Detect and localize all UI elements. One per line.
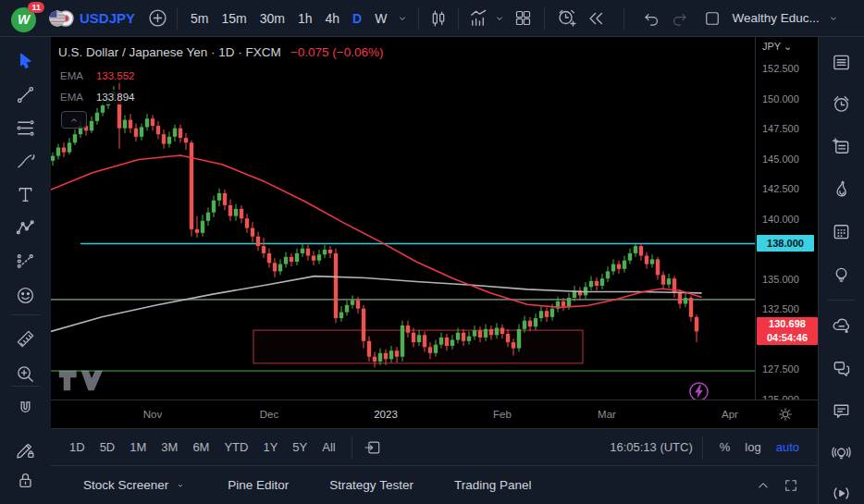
emoji-icon[interactable] [12, 282, 39, 309]
time-tick: 2023 [365, 409, 406, 420]
chevron-down-icon[interactable] [823, 11, 844, 26]
create-alert-icon[interactable] [551, 6, 581, 31]
layout-name[interactable]: Wealthy Educ... [732, 11, 819, 25]
bar-replay-icon[interactable] [581, 6, 611, 31]
interval-button-W[interactable]: W [368, 6, 393, 31]
tab-trading-panel[interactable]: Trading Panel [454, 478, 532, 492]
range-button-1Y[interactable]: 1Y [257, 440, 283, 454]
toolbar-separator [544, 7, 545, 30]
messages-icon[interactable] [828, 398, 855, 424]
chevron-down-icon[interactable] [491, 11, 508, 26]
drawing-toolbar [0, 38, 51, 504]
tab-stock-screener[interactable]: Stock Screener [83, 478, 187, 492]
brush-icon[interactable] [12, 148, 39, 175]
forecast-icon[interactable] [12, 248, 39, 275]
time-tick: Apr [710, 409, 750, 420]
cursor-icon[interactable] [12, 48, 39, 75]
price-tick: 147.500 [762, 123, 799, 134]
xabcd-pattern-icon[interactable] [12, 215, 39, 241]
drawing-lock-icon[interactable] [12, 436, 39, 463]
watchlist-icon[interactable] [828, 49, 855, 76]
fullscreen-icon[interactable] [777, 473, 805, 498]
price-tick: 152.500 [762, 63, 799, 74]
chart-title: U.S. Dollar / Japanese Yen · 1D · FXCM−0… [58, 45, 383, 59]
range-button-1D[interactable]: 1D [64, 440, 91, 454]
price-change: −0.075 (−0.06%) [290, 45, 384, 59]
hotlists-icon[interactable] [828, 176, 855, 203]
range-button-All[interactable]: All [316, 440, 340, 454]
save-layout-icon[interactable] [698, 6, 726, 31]
chart-style-icon[interactable] [426, 6, 451, 31]
minds-icon[interactable] [828, 313, 855, 339]
ruler-icon[interactable] [12, 326, 39, 352]
chart-area: U.S. Dollar / Japanese Yen · 1D · FXCM−0… [51, 37, 818, 504]
range-button-6M[interactable]: 6M [187, 440, 215, 454]
interval-button-15m[interactable]: 15m [215, 6, 253, 31]
ideas-icon[interactable] [828, 262, 855, 289]
scale-button-percent[interactable]: % [712, 440, 738, 454]
price-axis[interactable]: JPY ⌄ 152.500150.000147.500145.000142.50… [755, 37, 818, 400]
clock-utc[interactable]: 16:05:13 (UTC) [610, 440, 693, 454]
toolbar-separator [11, 314, 40, 315]
zoom-in-icon[interactable] [12, 361, 39, 387]
news-icon[interactable] [828, 133, 855, 160]
last-price: 130.698 [757, 317, 818, 331]
price-tick: 150.000 [762, 93, 799, 104]
layout-templates-icon[interactable] [508, 6, 537, 31]
price-tick: 127.500 [762, 363, 799, 375]
time-tick: Nov [132, 409, 173, 420]
alerts-icon[interactable] [828, 91, 855, 117]
price-chart[interactable] [51, 37, 755, 400]
symbol-flags-icon [48, 8, 74, 29]
scale-button-auto[interactable]: auto [769, 440, 807, 454]
bar-countdown: 04:54:46 [757, 331, 818, 345]
range-button-YTD[interactable]: YTD [218, 440, 253, 454]
symbol-name[interactable]: USDJPY [80, 10, 135, 26]
time-tick: Dec [249, 409, 290, 420]
text-tool-icon[interactable] [12, 181, 39, 208]
redo-icon[interactable] [665, 6, 693, 31]
lock-all-icon[interactable] [12, 467, 39, 494]
undo-icon[interactable] [637, 6, 665, 31]
ema-legend-row[interactable]: EMA 133.894 [58, 90, 144, 104]
interval-button-30m[interactable]: 30m [253, 6, 291, 31]
range-button-5D[interactable]: 5D [94, 440, 121, 454]
tab-strategy-tester[interactable]: Strategy Tester [329, 478, 413, 492]
price-tick: 142.500 [762, 183, 799, 194]
app-logo[interactable]: W 11 [11, 5, 39, 32]
interval-button-1h[interactable]: 1h [291, 6, 319, 31]
go-to-date-icon[interactable] [359, 435, 387, 461]
chats-icon[interactable] [828, 355, 855, 382]
chevron-down-icon[interactable] [393, 11, 412, 26]
ema-legend-row[interactable]: EMA 133.552 [58, 68, 144, 83]
tab-pine-editor[interactable]: Pine Editor [228, 478, 289, 492]
live-ideas-icon[interactable] [828, 440, 855, 467]
panel-expand-icon[interactable] [749, 473, 777, 498]
scale-button-log[interactable]: log [737, 440, 768, 454]
magnet-icon[interactable] [12, 396, 39, 423]
indicators-icon[interactable] [465, 6, 491, 31]
compare-add-icon[interactable] [144, 6, 170, 31]
right-sidebar [818, 38, 864, 504]
collapse-legend-button[interactable] [61, 111, 87, 129]
interval-button-5m[interactable]: 5m [184, 6, 215, 31]
streams-icon[interactable] [828, 480, 855, 504]
range-button-1M[interactable]: 1M [124, 440, 152, 454]
time-tick: Mar [586, 409, 627, 420]
calendar-icon[interactable] [828, 218, 855, 245]
top-toolbar: W 11 USDJPY 5m15m30m1h4hDW [0, 0, 864, 37]
fib-retracement-icon[interactable] [12, 115, 39, 141]
interval-button-D[interactable]: D [346, 6, 368, 31]
chart-settings-gear-icon[interactable] [775, 404, 796, 424]
range-button-3M[interactable]: 3M [155, 440, 183, 454]
interval-button-4h[interactable]: 4h [319, 6, 347, 31]
trend-line-icon[interactable] [12, 81, 39, 108]
time-axis[interactable]: NovDec2023FebMarApr [51, 400, 818, 428]
range-button-5Y[interactable]: 5Y [287, 440, 313, 454]
range-buttons: 1D5D1M3M6MYTD1Y5YAll [64, 440, 345, 454]
toolbar-separator [458, 7, 459, 30]
chevron-down-icon [174, 479, 187, 492]
toolbar-separator [352, 436, 352, 459]
price-tick: 135.000 [762, 274, 799, 285]
axis-currency-label[interactable]: JPY ⌄ [762, 41, 792, 53]
